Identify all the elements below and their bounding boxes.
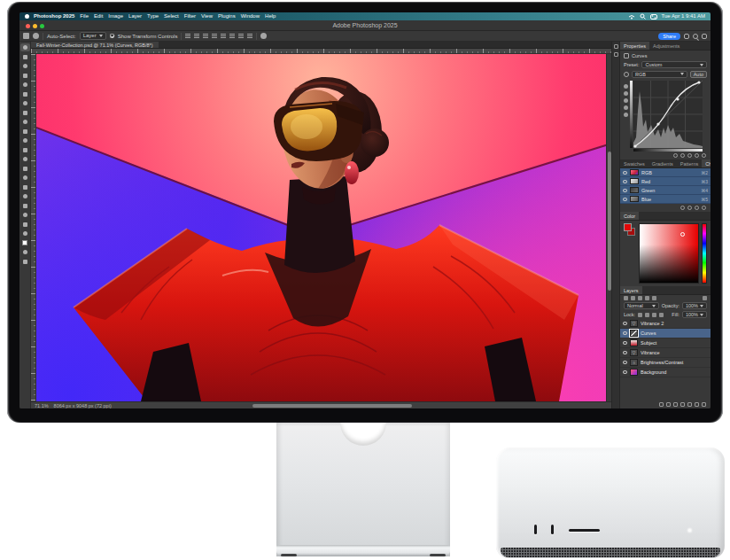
- visibility-eye-icon[interactable]: [623, 370, 627, 374]
- layer-row-subject[interactable]: Subject: [620, 338, 711, 348]
- filter-image-icon[interactable]: [631, 296, 635, 300]
- targeted-adjustment-icon[interactable]: [624, 72, 629, 77]
- align-center-icon[interactable]: [194, 34, 199, 39]
- tab-adjustments[interactable]: Adjustments: [649, 42, 683, 50]
- align-top-icon[interactable]: [212, 34, 217, 39]
- opacity-dropdown[interactable]: 100%: [682, 302, 707, 309]
- filter-type-icon[interactable]: [645, 296, 649, 300]
- align-middle-icon[interactable]: [221, 34, 226, 39]
- quick-mask-icon[interactable]: [20, 248, 30, 256]
- tool-eraser[interactable]: [20, 146, 30, 154]
- zoom-level[interactable]: 71.1%: [35, 403, 49, 408]
- curve-grid[interactable]: [630, 81, 703, 152]
- tool-zoom[interactable]: [20, 229, 30, 237]
- channel-row-blue[interactable]: Blue ⌘5: [620, 195, 711, 204]
- menubar-clock[interactable]: Tue Apr 1 9:41 AM: [662, 12, 705, 20]
- spotlight-search-icon[interactable]: [640, 13, 646, 19]
- channel-row-rgb[interactable]: RGB ⌘2: [620, 168, 711, 177]
- tool-dodge[interactable]: [20, 174, 30, 182]
- tab-swatches[interactable]: Swatches: [620, 159, 648, 167]
- notifications-bell-icon[interactable]: [684, 34, 689, 39]
- channel-row-red[interactable]: Red ⌘3: [620, 177, 711, 186]
- menu-window[interactable]: Window: [241, 12, 260, 20]
- delete-adjustment-icon[interactable]: [702, 153, 706, 158]
- tool-path-select[interactable]: [20, 202, 30, 210]
- auto-select-dropdown[interactable]: Layer: [80, 32, 106, 40]
- menu-select[interactable]: Select: [164, 12, 179, 20]
- new-channel-icon[interactable]: [695, 206, 699, 210]
- lock-all-icon[interactable]: [659, 313, 664, 317]
- tool-blur[interactable]: [20, 165, 30, 173]
- visibility-eye-icon[interactable]: [623, 198, 627, 201]
- apple-logo-icon[interactable]: [25, 14, 29, 19]
- minimize-window-button[interactable]: [33, 24, 37, 28]
- filter-shape-icon[interactable]: [652, 296, 656, 300]
- layer-row-brightness[interactable]: Brightness/Contrast: [620, 358, 711, 368]
- new-group-icon[interactable]: [687, 402, 692, 407]
- menu-image[interactable]: Image: [108, 12, 123, 20]
- lock-position-icon[interactable]: [652, 313, 656, 317]
- distribute-icon[interactable]: [238, 34, 244, 39]
- tab-channels[interactable]: Channels: [702, 159, 711, 167]
- layer-thumbnail[interactable]: [630, 339, 638, 346]
- tool-history-brush[interactable]: [20, 136, 30, 144]
- black-point-eyedropper-icon[interactable]: [624, 105, 628, 110]
- tool-gradient[interactable]: [20, 155, 30, 163]
- tool-object-select[interactable]: [20, 72, 30, 80]
- tab-color[interactable]: Color: [620, 212, 639, 220]
- lock-pixels-icon[interactable]: [645, 313, 649, 317]
- new-layer-icon[interactable]: [695, 402, 699, 407]
- foreground-color-swatch[interactable]: [624, 223, 632, 231]
- delete-layer-icon[interactable]: [702, 402, 706, 407]
- zoom-window-button[interactable]: [40, 24, 44, 28]
- adjustment-layer-thumbnail[interactable]: [630, 349, 638, 356]
- tool-move[interactable]: [20, 43, 30, 51]
- show-transform-checkbox[interactable]: [110, 34, 114, 38]
- screen-mode-icon[interactable]: [20, 258, 30, 266]
- more-align-options-icon[interactable]: [247, 34, 252, 39]
- menu-layer[interactable]: Layer: [128, 12, 142, 20]
- menu-view[interactable]: View: [201, 12, 213, 20]
- hue-slider[interactable]: [702, 223, 707, 284]
- tool-healing[interactable]: [20, 109, 30, 117]
- document-tab[interactable]: Fall-Winter-Collection.psd @ 71.1% (Curv…: [31, 42, 159, 48]
- white-point-eyedropper-icon[interactable]: [624, 113, 628, 117]
- move-tool-icon[interactable]: [33, 33, 39, 39]
- curves-layer-thumbnail[interactable]: [630, 330, 638, 337]
- adjustment-layer-icon[interactable]: [680, 402, 685, 407]
- smooth-icon[interactable]: [624, 98, 628, 103]
- filter-lock-icon[interactable]: [703, 296, 707, 300]
- tab-layers[interactable]: Layers: [620, 286, 642, 294]
- menu-edit[interactable]: Edit: [94, 12, 103, 20]
- edit-points-icon[interactable]: [624, 84, 628, 89]
- visibility-eye-icon[interactable]: [623, 341, 627, 345]
- menu-file[interactable]: File: [80, 12, 89, 20]
- tool-frame[interactable]: [20, 90, 30, 98]
- tool-hand[interactable]: [20, 221, 30, 229]
- tool-eyedropper[interactable]: [20, 99, 30, 107]
- layer-row-background[interactable]: Background: [620, 368, 711, 377]
- filter-adjustment-icon[interactable]: [638, 296, 642, 300]
- visibility-icon[interactable]: [695, 153, 699, 158]
- layer-thumbnail[interactable]: [630, 369, 638, 376]
- close-window-button[interactable]: [26, 24, 30, 28]
- menu-plugins[interactable]: Plugins: [218, 12, 236, 20]
- color-picker-ring[interactable]: [680, 232, 685, 237]
- share-button[interactable]: Share: [658, 33, 680, 40]
- fill-dropdown[interactable]: 100%: [682, 311, 707, 318]
- blend-mode-dropdown[interactable]: Normal: [624, 302, 659, 309]
- vertical-scrollbar-thumb[interactable]: [608, 152, 611, 291]
- visibility-eye-icon[interactable]: [623, 189, 627, 192]
- clip-to-layer-icon[interactable]: [673, 153, 678, 158]
- channel-dropdown[interactable]: RGB: [632, 71, 687, 78]
- tab-patterns[interactable]: Patterns: [677, 159, 702, 167]
- visibility-eye-icon[interactable]: [623, 171, 627, 175]
- tool-lasso[interactable]: [20, 62, 30, 70]
- menu-filter[interactable]: Filter: [184, 12, 196, 20]
- channel-row-green[interactable]: Green ⌘4: [620, 186, 711, 195]
- adjustment-layer-thumbnail[interactable]: [630, 320, 638, 327]
- reset-icon[interactable]: [687, 153, 692, 158]
- comments-icon[interactable]: [614, 52, 618, 57]
- collapse-panels-icon[interactable]: [614, 44, 618, 49]
- tool-brush[interactable]: [20, 118, 30, 126]
